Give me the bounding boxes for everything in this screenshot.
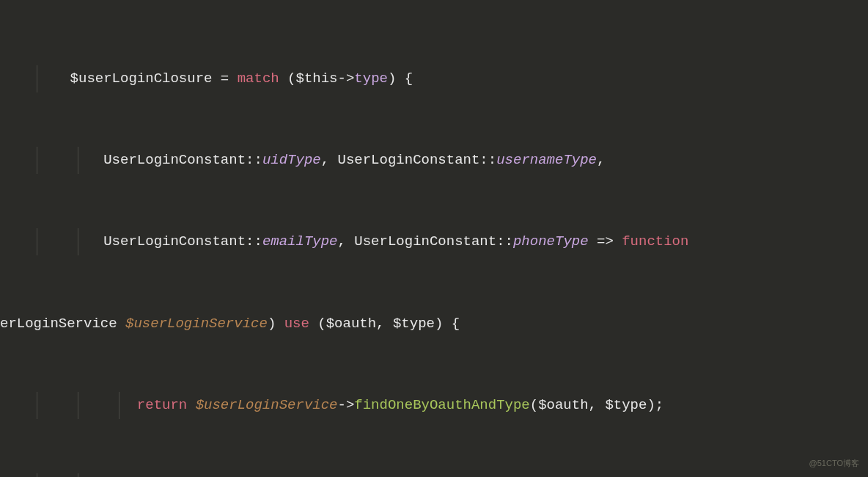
keyword-match: match [238,70,279,87]
constant-uidtype: uidType [262,152,321,168]
constant-usernametype: usernameType [496,152,597,168]
code-line: $userLoginClosure = match ($this->type) … [0,65,868,92]
code-line: UserLoginConstant::uidType, UserLoginCon… [0,147,868,174]
code-line: erLoginService $userLoginService) use ($… [0,310,868,338]
type-hint: erLoginService [0,316,125,332]
watermark: @51CTO博客 [809,456,859,471]
code-line: return $userLoginService->findOneByOauth… [0,392,868,419]
constant-phonetype: phoneType [513,233,589,250]
variable: $userLoginService [196,397,338,413]
parameter: $userLoginService [125,316,268,332]
code-editor[interactable]: $userLoginClosure = match ($this->type) … [0,0,868,477]
variable: $userLoginClosure [70,70,213,87]
method-call: findOneByOauthAndType [354,397,529,413]
keyword-return: return [137,397,187,413]
property-type: type [354,70,388,87]
this-keyword: $this [296,70,338,87]
constant-emailtype: emailType [262,233,338,250]
class-name: UserLoginConstant [103,152,246,168]
operator: = [212,70,237,87]
keyword-function: function [622,233,688,250]
code-line: }, [0,473,868,477]
code-line: UserLoginConstant::emailType, UserLoginC… [0,228,868,255]
keyword-use: use [284,316,309,332]
